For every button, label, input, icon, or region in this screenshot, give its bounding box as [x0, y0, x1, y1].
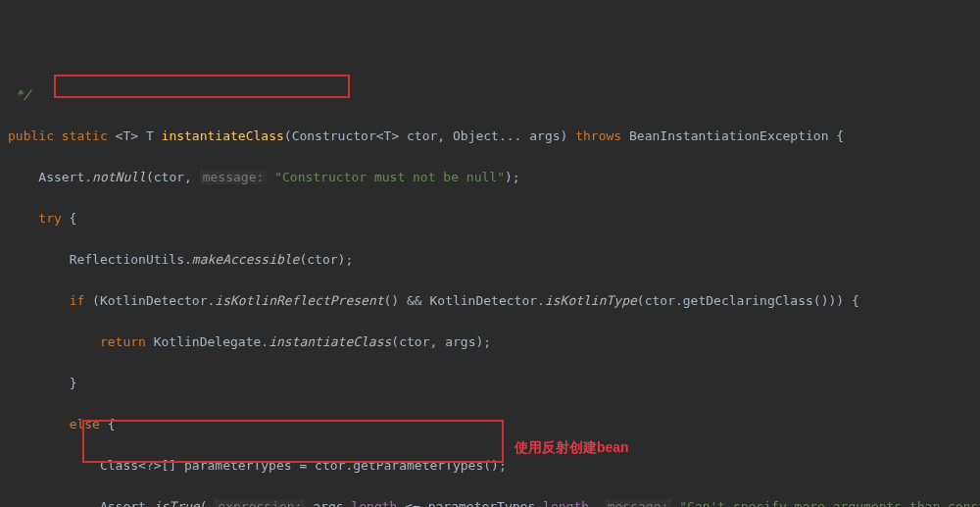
comment: */	[8, 87, 30, 102]
code-line: ReflectionUtils.makeAccessible(ctor);	[0, 249, 980, 270]
code-line: public static <T> T instantiateClass(Con…	[0, 126, 980, 146]
code-line: */	[0, 84, 980, 105]
method-name: instantiateClass	[162, 128, 284, 143]
code-line: return KotlinDelegate.instantiateClass(c…	[0, 331, 980, 352]
code-line: try {	[0, 208, 980, 228]
code-line: Class<?>[] parameterTypes = ctor.getPara…	[0, 455, 980, 476]
code-line: else {	[0, 414, 980, 434]
param-hint: expression:	[215, 499, 305, 507]
param-hint: message:	[605, 499, 672, 507]
code-line: Assert.notNull(ctor, message: "Construct…	[0, 167, 980, 187]
code-line: }	[0, 373, 980, 393]
code-line: Assert.isTrue( expression: args.length <…	[0, 496, 980, 507]
code-line: if (KotlinDetector.isKotlinReflectPresen…	[0, 290, 980, 311]
param-hint: message:	[200, 170, 268, 184]
annotation-text: 使用反射创建bean	[514, 437, 629, 458]
